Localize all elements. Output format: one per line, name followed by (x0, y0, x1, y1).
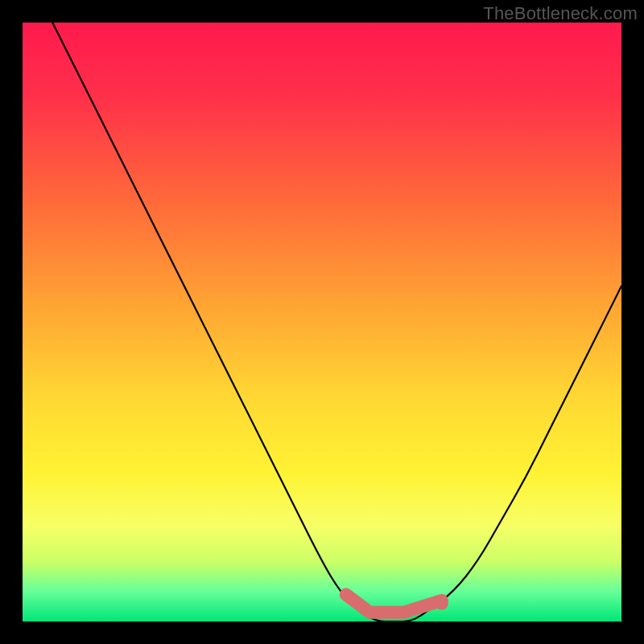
watermark-text: TheBottleneck.com (483, 3, 638, 24)
bottleneck-chart (0, 0, 644, 644)
optimal-point-marker (436, 597, 448, 610)
gradient-background (23, 23, 621, 621)
chart-frame: TheBottleneck.com (0, 0, 644, 644)
